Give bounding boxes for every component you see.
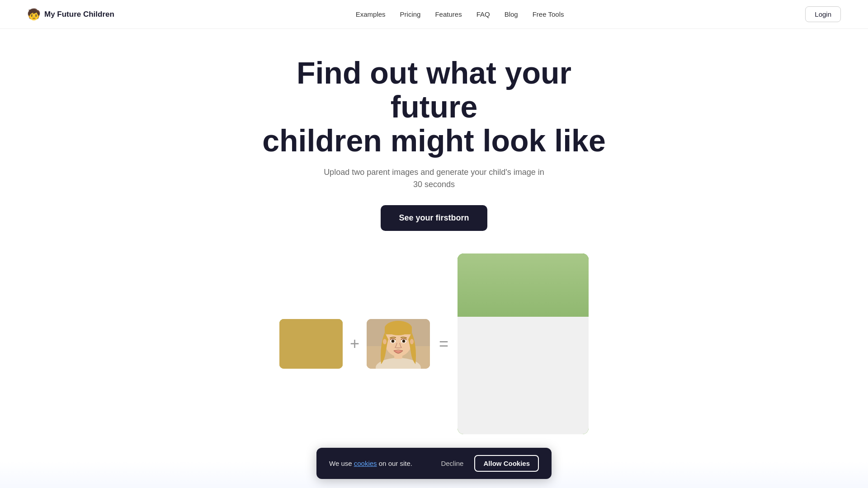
parent-photos: + (279, 319, 430, 369)
svg-point-53 (519, 359, 528, 365)
svg-point-28 (403, 341, 405, 343)
svg-rect-31 (458, 253, 589, 434)
svg-point-48 (505, 345, 509, 349)
navbar: 🧒 My Future Children Examples Pricing Fe… (0, 0, 868, 29)
svg-point-50 (535, 343, 542, 351)
svg-point-7 (303, 340, 307, 343)
svg-rect-1 (279, 348, 343, 369)
svg-point-2 (291, 357, 331, 369)
svg-point-36 (500, 263, 546, 299)
nav-examples[interactable]: Examples (356, 10, 386, 18)
cookie-text-before: We use (329, 460, 354, 467)
child-photo-svg (458, 253, 589, 434)
cookie-actions: Decline Allow Cookies (435, 455, 539, 472)
svg-point-14 (323, 340, 328, 346)
svg-rect-39 (482, 416, 564, 434)
svg-rect-32 (458, 253, 589, 344)
svg-point-10 (316, 340, 318, 343)
svg-point-38 (482, 416, 564, 434)
see-firstborn-button[interactable]: See your firstborn (381, 205, 487, 231)
svg-rect-6 (297, 327, 326, 336)
decline-button[interactable]: Decline (435, 456, 469, 471)
svg-point-34 (530, 253, 589, 321)
svg-point-5 (297, 321, 326, 337)
svg-point-52 (537, 345, 539, 347)
svg-point-33 (458, 253, 521, 335)
svg-point-44 (491, 316, 556, 334)
svg-point-60 (537, 358, 557, 371)
svg-rect-37 (458, 380, 589, 434)
cookie-banner: We use cookies on our site. Decline Allo… (316, 448, 552, 479)
father-photo-svg (279, 319, 343, 369)
svg-point-30 (410, 339, 414, 344)
svg-point-55 (524, 361, 528, 365)
svg-rect-0 (279, 319, 343, 369)
svg-point-46 (554, 346, 565, 360)
allow-cookies-button[interactable]: Allow Cookies (474, 455, 539, 472)
svg-point-59 (489, 358, 509, 371)
father-photo (279, 319, 343, 369)
demo-section: + (234, 253, 634, 434)
login-button[interactable]: Login (805, 6, 841, 22)
nav-pricing[interactable]: Pricing (400, 10, 421, 18)
nav-blog[interactable]: Blog (505, 10, 518, 18)
svg-point-13 (294, 340, 299, 346)
hero-section: Find out what your future children might… (0, 29, 868, 452)
logo-icon: 🧒 (27, 8, 41, 21)
equals-operator: = (439, 334, 448, 353)
hero-subtitle: Upload two parent images and generate yo… (321, 166, 547, 191)
svg-point-8 (315, 340, 319, 343)
svg-rect-43 (487, 308, 559, 335)
svg-point-61 (507, 379, 539, 390)
svg-line-58 (528, 375, 529, 379)
svg-point-42 (487, 287, 559, 337)
svg-point-54 (518, 361, 522, 365)
svg-point-29 (383, 339, 387, 344)
svg-rect-40 (514, 389, 532, 414)
nav-links: Examples Pricing Features FAQ Blog Free … (356, 10, 564, 18)
nav-free-tools[interactable]: Free Tools (533, 10, 564, 18)
child-photo (458, 253, 589, 434)
svg-point-49 (505, 345, 507, 347)
svg-rect-3 (307, 352, 316, 361)
nav-faq[interactable]: FAQ (476, 10, 490, 18)
mother-photo-svg (367, 319, 430, 369)
svg-point-27 (392, 341, 394, 343)
svg-point-12 (316, 341, 317, 343)
mother-photo (367, 319, 430, 369)
svg-point-15 (303, 352, 319, 359)
nav-features[interactable]: Features (435, 10, 462, 18)
brand[interactable]: 🧒 My Future Children (27, 8, 114, 21)
cookie-text-after: on our site. (377, 460, 412, 467)
brand-name: My Future Children (44, 10, 114, 19)
plus-operator: + (350, 334, 359, 353)
hero-title-line1: Find out what your future (297, 56, 571, 124)
cookie-link[interactable]: cookies (354, 460, 377, 467)
svg-point-41 (487, 309, 559, 388)
cookie-text: We use cookies on our site. (329, 460, 425, 467)
svg-point-4 (297, 326, 326, 359)
svg-point-9 (304, 340, 307, 343)
svg-point-51 (537, 345, 541, 349)
svg-point-11 (304, 341, 306, 343)
svg-point-47 (504, 343, 511, 351)
hero-title-line2: children might look like (262, 123, 605, 158)
svg-point-45 (481, 346, 492, 360)
svg-line-56 (517, 375, 518, 379)
svg-rect-22 (385, 325, 412, 334)
svg-point-35 (482, 253, 564, 308)
hero-title: Find out what your future children might… (262, 56, 606, 157)
